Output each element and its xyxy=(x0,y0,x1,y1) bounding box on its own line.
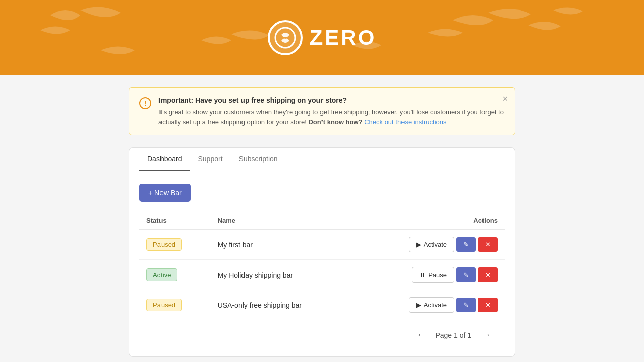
next-page-button[interactable]: → xyxy=(477,328,495,342)
actions-cell: ⏸Pause✎✕ xyxy=(353,260,505,290)
tab-support[interactable]: Support xyxy=(190,148,231,171)
col-actions: Actions xyxy=(353,212,505,230)
table-row: PausedMy first bar▶Activate✎✕ xyxy=(139,230,505,260)
actions-cell: ▶Activate✎✕ xyxy=(353,230,505,260)
pencil-icon: ✎ xyxy=(463,271,469,279)
close-icon: ✕ xyxy=(485,241,491,248)
prev-page-button[interactable]: ← xyxy=(412,328,429,342)
status-badge: Paused xyxy=(146,299,182,311)
activate-button[interactable]: ▶Activate xyxy=(409,297,454,313)
col-status: Status xyxy=(139,212,211,230)
edit-button[interactable]: ✎ xyxy=(456,237,476,252)
page-info: Page 1 of 1 xyxy=(435,331,471,339)
alert-bold: Don't know how? xyxy=(308,118,362,126)
svg-point-0 xyxy=(275,28,295,48)
status-badge: Paused xyxy=(146,238,182,251)
name-cell: My Holiday shipping bar xyxy=(211,260,353,290)
main-content: ! Important: Have you set up free shippi… xyxy=(121,75,523,362)
alert-close-button[interactable]: × xyxy=(502,94,508,103)
actions-cell: ▶Activate✎✕ xyxy=(353,290,505,320)
alert-text: It's great to show your customers when t… xyxy=(158,107,505,127)
main-card: Dashboard Support Subscription + New Bar… xyxy=(129,147,515,357)
status-cell: Paused xyxy=(139,290,211,320)
pencil-icon: ✎ xyxy=(463,301,469,309)
alert-link[interactable]: Check out these instructions xyxy=(364,118,446,126)
table-row: PausedUSA-only free shipping bar▶Activat… xyxy=(139,290,505,320)
name-cell: USA-only free shipping bar xyxy=(211,290,353,320)
activate-label: Activate xyxy=(424,241,447,248)
status-badge: Active xyxy=(146,268,177,281)
delete-button[interactable]: ✕ xyxy=(478,267,498,282)
activate-icon: ▶ xyxy=(416,301,421,309)
edit-button[interactable]: ✎ xyxy=(456,298,476,312)
alert-body: Important: Have you set up free shipping… xyxy=(158,96,505,127)
status-cell: Active xyxy=(139,260,211,290)
col-name: Name xyxy=(211,212,353,230)
table-row: ActiveMy Holiday shipping bar⏸Pause✎✕ xyxy=(139,260,505,290)
delete-button[interactable]: ✕ xyxy=(478,237,498,252)
header: ZERO xyxy=(0,0,644,75)
close-icon: ✕ xyxy=(485,301,491,309)
edit-button[interactable]: ✎ xyxy=(456,267,476,282)
tab-bar: Dashboard Support Subscription xyxy=(129,148,515,171)
logo-text: ZERO xyxy=(310,26,377,50)
activate-icon: ▶ xyxy=(416,241,421,248)
card-body: + New Bar Status Name Actions PausedMy f… xyxy=(129,171,515,356)
pause-label: Pause xyxy=(428,271,447,279)
logo-icon xyxy=(268,20,303,55)
logo-svg xyxy=(274,27,296,49)
alert-title: Important: Have you set up free shipping… xyxy=(158,96,505,104)
pause-icon: ⏸ xyxy=(419,271,426,279)
close-icon: ✕ xyxy=(485,271,491,279)
alert-icon: ! xyxy=(139,97,151,109)
tab-subscription[interactable]: Subscription xyxy=(231,148,286,171)
alert-banner: ! Important: Have you set up free shippi… xyxy=(129,87,515,135)
tab-dashboard[interactable]: Dashboard xyxy=(139,148,190,171)
delete-button[interactable]: ✕ xyxy=(478,298,498,312)
new-bar-button[interactable]: + New Bar xyxy=(139,184,191,202)
bars-table: Status Name Actions PausedMy first bar▶A… xyxy=(139,212,505,320)
pause-button[interactable]: ⏸Pause xyxy=(412,267,454,283)
pencil-icon: ✎ xyxy=(463,241,469,248)
activate-button[interactable]: ▶Activate xyxy=(409,237,454,252)
status-cell: Paused xyxy=(139,230,211,260)
logo: ZERO xyxy=(268,20,377,55)
table-header-row: Status Name Actions xyxy=(139,212,505,230)
name-cell: My first bar xyxy=(211,230,353,260)
pagination: ← Page 1 of 1 → xyxy=(139,320,505,344)
activate-label: Activate xyxy=(424,301,447,309)
